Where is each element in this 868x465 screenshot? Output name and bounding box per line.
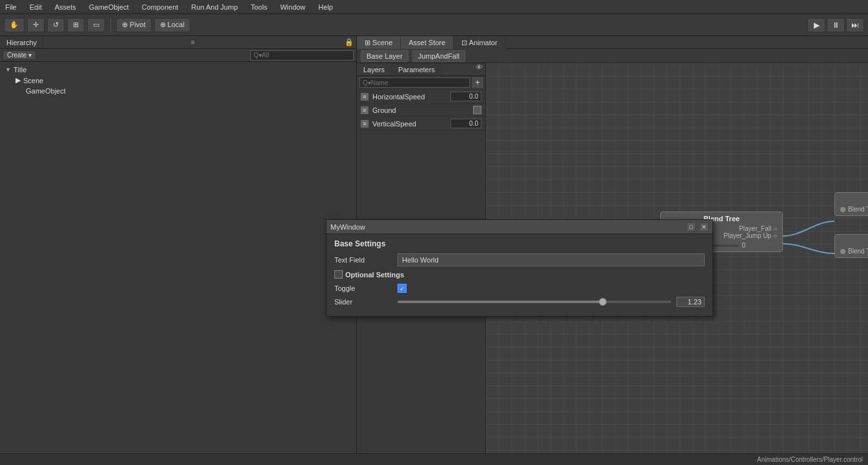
blend-tree-slider-value: 0: [742, 242, 745, 249]
player-fall-blend-label: Blend Tree: [848, 206, 868, 213]
title-arrow-icon: ▼: [5, 66, 11, 73]
slider-value: 1.23: [676, 297, 705, 307]
menu-file[interactable]: File: [3, 2, 19, 12]
asset-store-tab[interactable]: Asset Store: [401, 36, 454, 49]
asset-store-tab-label: Asset Store: [409, 39, 445, 46]
toolbar-separator-1: [110, 18, 111, 32]
toggle-row: Toggle: [334, 284, 705, 293]
player-jumpup-sub: Blend Tree: [840, 248, 868, 255]
my-window-minimize-button[interactable]: □: [687, 223, 696, 232]
hierarchy-toolbar: Create ▾: [0, 49, 356, 62]
status-path: Animations/Controllers/Player.control: [757, 456, 863, 463]
layers-tab[interactable]: Layers: [357, 63, 392, 75]
player-fall-sub: Blend Tree: [840, 206, 868, 213]
player-fall-node[interactable]: Player_Fall Blend Tree: [834, 192, 868, 216]
my-window-content: Base Settings Text Field Optional Settin…: [327, 234, 712, 316]
hierarchy-tab-bar: Hierarchy ≡ 🔒: [0, 36, 356, 49]
param-verticalspeed-name: VerticalSpeed: [372, 120, 447, 128]
param-verticalspeed-icon: ≡: [361, 120, 368, 128]
text-field-row: Text Field: [334, 253, 705, 266]
menu-runandjump[interactable]: Run And Jump: [188, 2, 240, 12]
hierarchy-tab[interactable]: Hierarchy: [0, 36, 44, 48]
params-add-button[interactable]: +: [472, 77, 483, 88]
status-bar: Animations/Controllers/Player.control: [0, 453, 868, 465]
menu-tools[interactable]: Tools: [248, 2, 270, 12]
menu-help[interactable]: Help: [316, 2, 336, 12]
optional-settings-label: Optional Settings: [345, 271, 404, 279]
my-window-titlebar: MyWindow □ ✕: [327, 220, 712, 234]
param-row-horizontalspeed: ≡ HorizontalSpeed: [357, 90, 485, 104]
param-row-verticalspeed: ≡ VerticalSpeed: [357, 117, 485, 131]
param-ground-icon: ≡: [361, 106, 368, 114]
base-layer-breadcrumb[interactable]: Base Layer: [361, 50, 409, 62]
rect-tool-button[interactable]: ▭: [87, 18, 105, 32]
hierarchy-title-node[interactable]: ▼ Title: [3, 64, 354, 75]
menu-bar: File Edit Assets GameObject Component Ru…: [0, 0, 868, 14]
param-horizontalspeed-icon: ≡: [361, 93, 368, 101]
scene-tab[interactable]: ⊞ Scene: [357, 36, 401, 49]
param-row-ground: ≡ Ground: [357, 104, 485, 117]
param-ground-name: Ground: [372, 106, 469, 114]
parameters-tab-label: Parameters: [398, 66, 435, 74]
animator-header: Base Layer JumpAndFall: [357, 49, 868, 63]
parameters-tab[interactable]: Parameters: [392, 63, 442, 75]
scale-tool-button[interactable]: ⊞: [67, 18, 85, 32]
player-jumpup-node[interactable]: Player_JumpUp Blend Tree: [834, 234, 868, 258]
optional-settings-checkbox[interactable]: [334, 270, 343, 279]
param-horizontalspeed-name: HorizontalSpeed: [372, 93, 447, 101]
params-eye-icon[interactable]: 👁: [473, 63, 485, 75]
slider-thumb[interactable]: [599, 298, 607, 306]
params-search-bar: +: [357, 76, 485, 90]
jumpandfall-breadcrumb[interactable]: JumpAndFall: [412, 50, 465, 62]
text-field-label: Text Field: [334, 256, 392, 264]
gameobject-node-label: GameObject: [26, 87, 66, 95]
player-jumpup-dot: [840, 249, 845, 254]
pause-button[interactable]: ⏸: [827, 18, 845, 32]
hierarchy-lock-icon[interactable]: 🔒: [345, 38, 356, 46]
hierarchy-gameobject-node[interactable]: GameObject: [3, 86, 354, 96]
menu-component[interactable]: Component: [139, 2, 181, 12]
hand-tool-button[interactable]: ✋: [4, 18, 25, 32]
hierarchy-tab-label: Hierarchy: [6, 39, 37, 46]
slider-label: Slider: [334, 298, 392, 306]
hierarchy-options-icon[interactable]: ≡: [191, 39, 197, 46]
menu-gameobject[interactable]: GameObject: [86, 2, 132, 12]
hierarchy-create-button[interactable]: Create ▾: [3, 50, 36, 60]
slider-track: [398, 301, 671, 303]
param-verticalspeed-value[interactable]: [450, 119, 481, 128]
step-button[interactable]: ⏭: [846, 18, 864, 32]
scene-tab-label: ⊞ Scene: [365, 39, 392, 47]
local-button[interactable]: ⊕ Local: [154, 18, 190, 32]
my-window-close-button[interactable]: ✕: [700, 223, 709, 232]
scene-node-label: Scene: [23, 77, 43, 84]
player-jumpup-blend-label: Blend Tree: [848, 248, 868, 255]
menu-window[interactable]: Window: [278, 2, 308, 12]
toolbar: ✋ ✛ ↺ ⊞ ▭ ⊕ Pivot ⊕ Local ▶ ⏸ ⏭: [0, 14, 868, 36]
player-fall-title: Player_Fall: [840, 195, 868, 203]
toggle-label: Toggle: [334, 284, 392, 292]
play-controls: ▶ ⏸ ⏭: [807, 18, 864, 32]
animator-tab[interactable]: ⊡ Animator: [454, 36, 505, 49]
pivot-button[interactable]: ⊕ Pivot: [116, 18, 152, 32]
hierarchy-search-input[interactable]: [250, 50, 354, 61]
player-fall-dot: [840, 207, 845, 212]
menu-assets[interactable]: Assets: [52, 2, 79, 12]
player-jumpup-title: Player_JumpUp: [840, 237, 868, 245]
title-node-label: Title: [14, 66, 26, 74]
param-horizontalspeed-value[interactable]: [450, 92, 481, 101]
layers-tab-label: Layers: [363, 66, 385, 74]
toggle-checkbox[interactable]: [398, 284, 407, 293]
text-field-input[interactable]: [398, 253, 705, 266]
menu-edit[interactable]: Edit: [27, 2, 45, 12]
rotate-tool-button[interactable]: ↺: [47, 18, 65, 32]
param-ground-checkbox[interactable]: [473, 106, 481, 114]
play-button[interactable]: ▶: [807, 18, 825, 32]
optional-settings-row: Optional Settings: [334, 270, 705, 279]
move-tool-button[interactable]: ✛: [27, 18, 45, 32]
params-tab-bar: Layers Parameters 👁: [357, 63, 485, 76]
params-search-input[interactable]: [359, 77, 470, 88]
params-list: ≡ HorizontalSpeed ≡ Ground ≡ VerticalSpe…: [357, 90, 485, 131]
my-window-dialog: MyWindow □ ✕ Base Settings Text Field Op…: [326, 219, 713, 317]
hierarchy-scene-node[interactable]: ▶ Scene: [3, 75, 354, 86]
base-settings-header: Base Settings: [334, 239, 705, 248]
